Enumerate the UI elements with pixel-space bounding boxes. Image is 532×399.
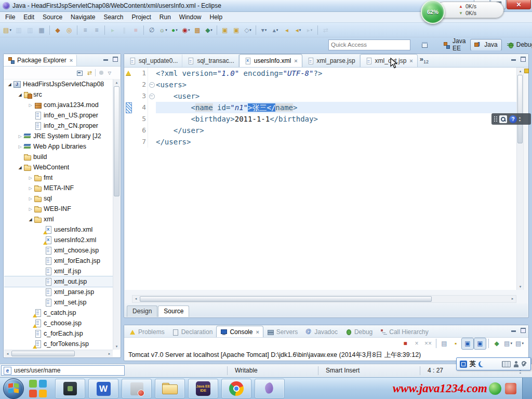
back-icon[interactable]: ◂▾ (292, 24, 304, 35)
menu-help[interactable]: Help (206, 12, 227, 22)
tree-expand-icon[interactable]: ▷ (17, 134, 23, 139)
clear-console-icon[interactable]: ▤ (438, 338, 450, 349)
code-line[interactable]: 6 </user> (125, 125, 516, 136)
tree-item[interactable]: info_en_US.proper (4, 110, 113, 121)
tree-item[interactable]: ▷sql (4, 193, 113, 204)
editor-tab-usersinfo-xml[interactable]: usersInfo.xml× (239, 54, 302, 67)
tree-item[interactable]: ◢src (4, 89, 113, 100)
terminate-console-icon[interactable]: ■ (400, 338, 411, 349)
open-perspective-icon[interactable] (421, 41, 429, 49)
tree-horizontal-scrollbar[interactable]: ◂ ▸ (4, 350, 113, 357)
remove-all-terminated-icon[interactable]: ×× (422, 338, 434, 349)
gc-icon[interactable]: ◆▾ (203, 24, 215, 35)
scroll-left-icon[interactable]: ◂ (4, 350, 11, 357)
menu-source[interactable]: Source (38, 12, 66, 22)
link-with-editor-icon[interactable]: ⇄ (87, 70, 92, 76)
app-reddot-icon[interactable] (122, 379, 152, 398)
overview-warning-marker[interactable] (524, 69, 529, 73)
close-icon[interactable]: × (256, 329, 259, 335)
editor-tab-sql-transac-[interactable]: sql_transac... (182, 55, 238, 67)
network-speed-widget[interactable]: ▲0K/s ▼0K/s (435, 2, 504, 18)
code-text[interactable]: <users> (156, 79, 516, 90)
tree-item[interactable]: c_forEach.jsp (4, 328, 113, 339)
memory-ball-widget[interactable]: 62% (421, 0, 445, 24)
explorer-icon[interactable] (155, 379, 185, 398)
ime-keyboard-icon[interactable] (502, 361, 511, 367)
console-tab-servers[interactable]: Servers (263, 326, 301, 337)
collapse-all-icon[interactable] (77, 70, 84, 76)
close-button[interactable]: ✕ (507, 0, 531, 9)
maximize-editor-button[interactable] (520, 56, 526, 62)
fold-collapse-icon[interactable] (149, 82, 155, 88)
menu-window[interactable]: Window (175, 12, 206, 22)
maximize-view-button[interactable] (112, 56, 118, 62)
next-annotation-icon[interactable]: ▾▾ (258, 24, 270, 35)
tree-item[interactable]: xml_choose.jsp (4, 245, 113, 256)
tree-vertical-scrollbar[interactable]: ▴ ▾ (113, 79, 120, 350)
ime-collapse-icon[interactable]: ▴▾ (519, 116, 521, 122)
save-all-icon[interactable]: ▥ (24, 24, 36, 35)
view-menu-icon[interactable]: ▽ (108, 71, 111, 75)
code-line[interactable]: 2<users> (125, 79, 516, 90)
code-editor[interactable]: 1<?xml version="1.0" encoding="UTF-8"?>2… (125, 68, 516, 290)
scroll-right-icon[interactable]: ▸ (106, 350, 113, 357)
ime-logo-icon[interactable] (460, 361, 467, 368)
code-text[interactable]: <user> (156, 90, 516, 102)
tree-expand-icon[interactable]: ▷ (27, 207, 34, 211)
tree-item[interactable]: ◢xml (4, 214, 113, 224)
mark-occurrences-icon[interactable]: ◇▾ (242, 24, 254, 35)
print-icon[interactable]: ▦ (36, 24, 47, 35)
tree-item[interactable]: c_forTokens.jsp (4, 339, 113, 349)
tree-item[interactable]: ◢WebContent (4, 162, 113, 172)
display-console-icon[interactable]: ▤▾ (502, 338, 514, 349)
menu-navigate[interactable]: Navigate (66, 12, 99, 22)
scroll-left-icon[interactable]: ◂ (132, 295, 139, 302)
menu-search[interactable]: Search (99, 12, 127, 22)
close-icon[interactable]: × (70, 57, 73, 63)
package-explorer-tab[interactable]: Package Explorer × (4, 55, 77, 66)
tree-item[interactable]: ▷META-INF (4, 183, 113, 193)
shift-left-icon[interactable]: ≡ (79, 24, 91, 35)
code-text[interactable]: <?xml version="1.0" encoding="UTF-8"?> (156, 68, 516, 79)
tree-expand-icon[interactable]: ▷ (27, 176, 34, 180)
coverage-icon[interactable]: ◉▾ (180, 24, 192, 35)
ime-user-icon[interactable] (513, 361, 518, 367)
menu-file[interactable]: File (1, 12, 19, 22)
tree-item[interactable]: usersInfo2.xml (4, 235, 113, 245)
app-dark-icon[interactable] (55, 379, 85, 398)
code-line[interactable]: 4 <name id="n1">张三</name> (125, 102, 516, 113)
ime-language-label[interactable]: 英 (470, 360, 476, 368)
ime-search-icon[interactable] (499, 115, 507, 123)
code-line[interactable]: 3 <user> (125, 90, 516, 102)
tree-expand-icon[interactable]: ▷ (17, 144, 23, 149)
close-icon[interactable]: × (294, 58, 297, 64)
minimize-view-button[interactable] (103, 56, 109, 62)
fold-collapse-icon[interactable] (149, 94, 155, 99)
browser-360-icon[interactable] (29, 380, 47, 397)
tree-item[interactable]: ◢HeadFirstJspServletChap08 (4, 79, 113, 89)
tree-expand-icon[interactable]: ▷ (27, 186, 34, 191)
wps-writer-icon[interactable]: W (88, 379, 118, 398)
maximize-view-button[interactable] (520, 327, 526, 333)
perspective-java[interactable]: Java (470, 39, 501, 51)
code-text[interactable]: </users> (156, 136, 516, 148)
debug-icon[interactable]: ☼▾ (157, 24, 169, 35)
minimize-view-button[interactable] (511, 327, 517, 333)
tab-source[interactable]: Source (158, 305, 189, 317)
tree-item[interactable]: ▷Web App Libraries (4, 141, 113, 152)
tree-item[interactable]: xml_set.jsp (4, 297, 113, 308)
console-tab-console[interactable]: Console× (216, 326, 263, 337)
perspective-debug[interactable]: Debug (503, 39, 532, 50)
resume-icon[interactable]: ▸ (107, 24, 118, 35)
dolphin-app-icon[interactable] (255, 379, 285, 398)
tree-item[interactable]: xml_out.jsp (4, 276, 113, 287)
new-servlet-icon[interactable]: ◎ (63, 24, 75, 35)
tree-item[interactable]: ▷JRE System Library [J2 (4, 131, 113, 141)
eclipse-ide-icon[interactable]: Java EE IDE (188, 379, 218, 398)
tree-item[interactable]: usersInfo.xml (4, 224, 113, 235)
code-line[interactable]: 7</users> (125, 136, 516, 148)
ime-fullhalf-icon[interactable] (478, 361, 485, 367)
open-type-icon[interactable]: ▣ (219, 24, 231, 35)
editor-vertical-scrollbar[interactable]: ▴ ▾ (516, 68, 523, 290)
tree-expand-icon[interactable]: ◢ (17, 92, 23, 97)
